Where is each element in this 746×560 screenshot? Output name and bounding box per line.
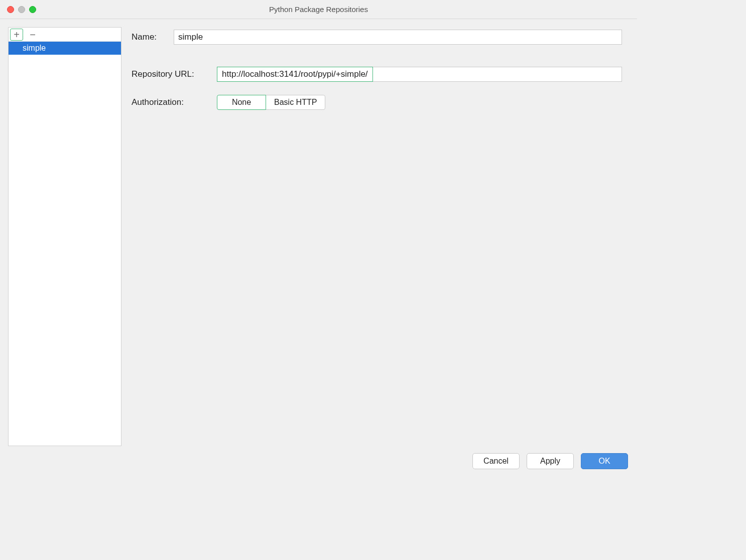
repository-item-label: simple — [23, 44, 46, 52]
repository-url-label: Repository URL: — [132, 69, 217, 79]
sidebar-toolbar: + − — [9, 28, 121, 42]
authorization-row: Authorization: None Basic HTTP — [132, 95, 622, 110]
remove-repository-button[interactable]: − — [26, 29, 39, 41]
name-input[interactable] — [174, 30, 622, 45]
url-row: Repository URL: http://localhost:3141/ro… — [132, 67, 622, 82]
authorization-basic-label: Basic HTTP — [274, 98, 317, 107]
window-title: Python Package Repositories — [0, 5, 637, 14]
dialog-window: Python Package Repositories + − simple — [0, 0, 637, 478]
window-zoom-button[interactable] — [29, 6, 36, 13]
cancel-button[interactable]: Cancel — [472, 453, 520, 469]
repository-list[interactable]: simple — [9, 42, 121, 446]
authorization-basic-http-button[interactable]: Basic HTTP — [266, 95, 325, 110]
content-area: + − simple Name: — [0, 19, 637, 446]
dialog-body: + − simple Name: — [0, 19, 637, 478]
authorization-label: Authorization: — [132, 97, 217, 107]
minus-icon: − — [30, 30, 36, 40]
window-minimize-button[interactable] — [18, 6, 25, 13]
authorization-none-button[interactable]: None — [217, 95, 266, 110]
name-row: Name: — [132, 30, 622, 45]
authorization-segmented-control: None Basic HTTP — [217, 95, 325, 110]
apply-button[interactable]: Apply — [527, 453, 574, 469]
name-label: Name: — [132, 32, 174, 42]
repository-details-panel: Name: Repository URL: http://localhost:3… — [121, 27, 629, 446]
plus-icon: + — [14, 30, 20, 40]
window-close-button[interactable] — [7, 6, 14, 13]
repository-url-empty — [373, 67, 621, 81]
repositories-sidebar: + − simple — [8, 27, 121, 446]
traffic-lights — [7, 6, 36, 13]
titlebar: Python Package Repositories — [0, 0, 637, 19]
repository-url-input[interactable]: http://localhost:3141/root/pypi/+simple/ — [217, 67, 622, 82]
repository-url-value: http://localhost:3141/root/pypi/+simple/ — [217, 67, 373, 82]
repository-list-item[interactable]: simple — [9, 42, 121, 55]
authorization-none-label: None — [232, 98, 251, 107]
ok-button[interactable]: OK — [581, 453, 628, 469]
dialog-footer: Cancel Apply OK — [0, 446, 637, 478]
add-repository-button[interactable]: + — [10, 29, 23, 41]
